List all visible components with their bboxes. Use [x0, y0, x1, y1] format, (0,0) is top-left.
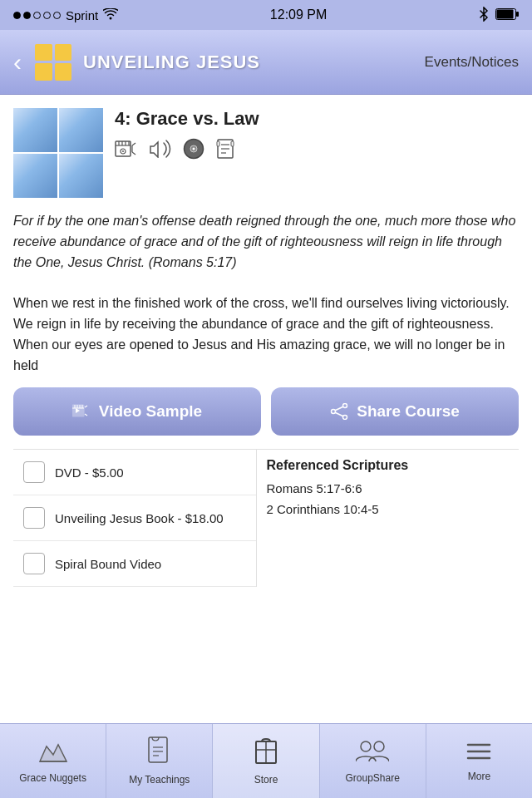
back-button[interactable]: ‹ [13, 48, 22, 76]
video-icon[interactable] [115, 140, 136, 163]
course-title: 4: Grace vs. Law [115, 108, 519, 130]
spiral-checkbox[interactable] [23, 553, 45, 574]
scripture-quote: For if by the one man's offense death re… [13, 214, 515, 269]
wifi-icon [103, 8, 118, 22]
dot-4 [43, 12, 51, 19]
dot-1 [13, 12, 21, 19]
svg-point-32 [343, 404, 347, 408]
nav-my-teachings[interactable]: My Teachings [106, 724, 213, 798]
dvd-checkbox[interactable] [23, 461, 45, 483]
carrier-label: Sprint [66, 8, 98, 22]
more-label: More [468, 771, 490, 782]
dot-5 [53, 12, 61, 19]
status-right [479, 7, 519, 24]
notes-icon[interactable] [216, 138, 236, 165]
groupshare-label: GroupShare [346, 772, 400, 784]
svg-line-31 [85, 414, 87, 416]
purchase-item-3: Spiral Bound Video [13, 541, 256, 587]
main-content: 4: Grace vs. Law [0, 95, 532, 587]
nav-groupshare[interactable]: GroupShare [320, 724, 426, 798]
course-description: For if by the one man's offense death re… [13, 211, 519, 376]
logo-sq-4 [55, 63, 72, 81]
scripture-1: Romans 5:17-6:6 [267, 481, 510, 495]
scriptures-section: Referenced Scriptures Romans 5:17-6:6 2 … [257, 450, 520, 587]
my-teachings-icon [147, 736, 172, 771]
svg-line-30 [85, 406, 87, 407]
share-course-label: Share Course [357, 402, 460, 421]
my-teachings-label: My Teachings [129, 774, 190, 786]
logo-sq-2 [55, 44, 72, 62]
svg-rect-2 [516, 12, 519, 17]
signal-dots [13, 12, 61, 19]
svg-line-11 [132, 143, 135, 145]
thumb-cell-4 [59, 154, 103, 198]
thumb-cell-2 [59, 108, 103, 152]
purchase-item-2: Unveiling Jesus Book - $18.00 [13, 495, 256, 541]
svg-point-33 [343, 416, 347, 420]
course-icons [115, 138, 519, 165]
video-sample-label: Video Sample [99, 402, 202, 421]
book-checkbox[interactable] [23, 507, 45, 529]
time-display: 12:09 PM [270, 7, 327, 22]
nav-store[interactable]: Store [213, 724, 319, 798]
svg-point-44 [361, 741, 371, 751]
svg-rect-37 [149, 737, 167, 762]
status-left: Sprint [13, 8, 118, 22]
spiral-label: Spiral Bound Video [55, 557, 161, 571]
purchase-list: DVD - $5.00 Unveiling Jesus Book - $18.0… [13, 450, 257, 587]
course-header: 4: Grace vs. Law [13, 108, 519, 198]
svg-rect-21 [217, 141, 219, 146]
app-header: ‹ UNVEILING JESUS Events/Notices [0, 30, 532, 95]
nav-more[interactable]: More [426, 724, 532, 798]
dvd-label: DVD - $5.00 [55, 466, 124, 480]
nav-grace-nuggets[interactable]: Grace Nuggets [0, 724, 106, 798]
dot-2 [23, 12, 31, 19]
purchase-item-1: DVD - $5.00 [13, 450, 256, 495]
share-course-button[interactable]: Share Course [271, 387, 519, 436]
status-bar: Sprint 12:09 PM [0, 0, 532, 30]
svg-line-35 [335, 407, 343, 411]
battery-icon [495, 8, 519, 22]
store-label: Store [254, 774, 278, 786]
scriptures-title: Referenced Scriptures [267, 458, 510, 473]
scripture-2: 2 Corinthians 10:4-5 [267, 502, 510, 516]
logo-sq-1 [35, 44, 52, 62]
store-icon [254, 736, 278, 771]
svg-rect-22 [231, 141, 234, 146]
svg-point-10 [122, 150, 124, 152]
svg-point-16 [193, 148, 195, 150]
bottom-nav: Grace Nuggets My Teachings Store [0, 723, 532, 798]
app-logo [32, 41, 75, 84]
audio-icon[interactable] [148, 140, 171, 163]
course-info: 4: Grace vs. Law [115, 108, 519, 198]
events-notices-link[interactable]: Events/Notices [425, 54, 519, 71]
svg-line-12 [132, 152, 135, 155]
groupshare-icon [356, 738, 389, 769]
thumb-cell-1 [13, 108, 57, 152]
purchase-section: DVD - $5.00 Unveiling Jesus Book - $18.0… [13, 449, 519, 587]
action-buttons: Video Sample Share Course [13, 387, 519, 436]
book-label: Unveiling Jesus Book - $18.00 [55, 511, 224, 525]
logo-sq-3 [35, 63, 52, 81]
app-title: UNVEILING JESUS [83, 52, 425, 73]
dot-3 [33, 12, 41, 19]
bluetooth-icon [479, 7, 489, 24]
svg-line-36 [335, 413, 343, 417]
disc-icon[interactable] [183, 138, 204, 165]
course-thumbnail [13, 108, 103, 198]
svg-point-34 [332, 410, 336, 414]
svg-point-45 [374, 741, 384, 751]
grace-nuggets-icon [38, 738, 68, 769]
more-icon [466, 741, 491, 767]
video-sample-button[interactable]: Video Sample [13, 387, 261, 436]
thumb-cell-3 [13, 154, 57, 198]
course-body-text: When we rest in the finished work of the… [13, 296, 510, 372]
grace-nuggets-label: Grace Nuggets [19, 772, 86, 784]
svg-rect-1 [496, 9, 513, 18]
